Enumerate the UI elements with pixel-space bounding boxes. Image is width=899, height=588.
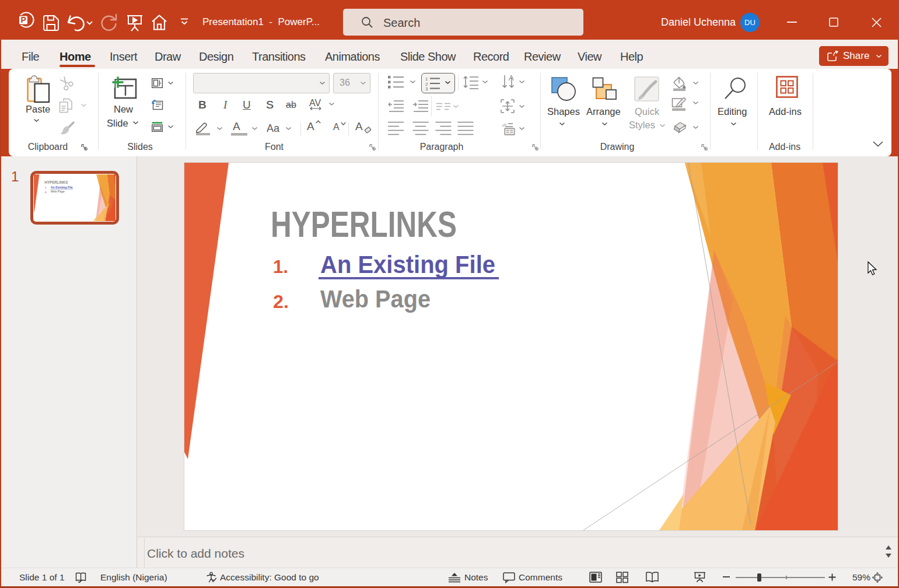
svg-text:P: P (21, 15, 26, 24)
svg-text:3: 3 (425, 86, 428, 92)
svg-text:A: A (509, 74, 514, 82)
